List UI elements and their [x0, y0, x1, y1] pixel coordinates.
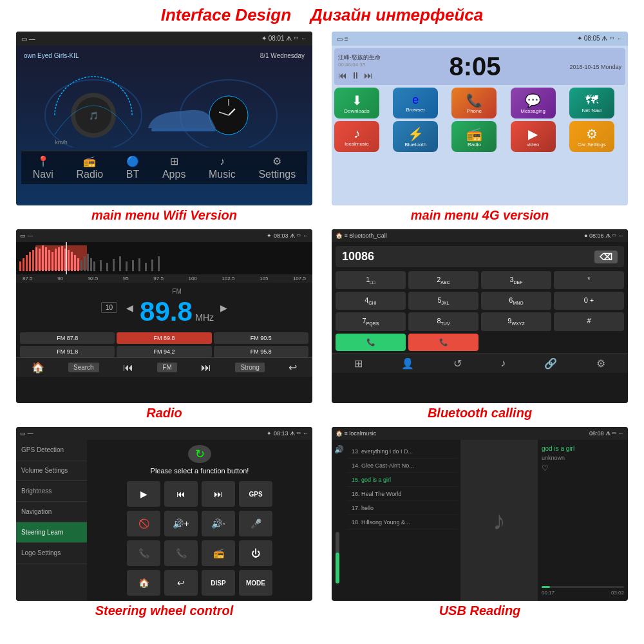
steer-gps[interactable]: GPS: [239, 481, 272, 507]
bt-link[interactable]: 🔗: [544, 357, 557, 370]
nav-settings[interactable]: ⚙Settings: [258, 155, 296, 180]
steer-prev[interactable]: ⏮: [164, 481, 198, 507]
icon-messaging[interactable]: 💬Messaging: [511, 88, 556, 118]
steer-back[interactable]: ↩: [164, 570, 198, 596]
search-button[interactable]: Search: [68, 363, 99, 372]
preset-4[interactable]: FM 91.8: [20, 346, 115, 357]
strong-button[interactable]: Strong: [235, 363, 264, 372]
key-hash[interactable]: #: [554, 312, 624, 330]
icon-netnavi[interactable]: 🗺Net Navi: [569, 88, 614, 118]
sidebar-steering[interactable]: Steering Learn: [16, 522, 87, 543]
steer-power[interactable]: ⏻: [239, 540, 272, 566]
radio-controls: 🏠 Search ⏮ FM ⏭ Strong ↩: [16, 357, 312, 377]
key-call[interactable]: 📞: [336, 334, 406, 351]
steer-call[interactable]: 📞: [127, 540, 160, 566]
steer-radio[interactable]: 📻: [202, 540, 235, 566]
key-0plus[interactable]: 0 +: [554, 292, 624, 310]
key-3[interactable]: 3DEF: [481, 271, 551, 289]
bt-contacts[interactable]: 👤: [401, 357, 414, 370]
sidebar-gps[interactable]: GPS Detection: [16, 440, 87, 460]
key-2[interactable]: 2ABC: [408, 271, 478, 289]
usb-heart[interactable]: ♡: [542, 464, 624, 473]
volume-slider[interactable]: [336, 532, 339, 583]
cell-usb: 🏠 ≡ localmusic 08:08 ᗑ ▭ ← 🔊 13. everyth…: [322, 424, 638, 622]
bt-settings[interactable]: ⚙: [596, 357, 605, 370]
time-total: 03:02: [611, 590, 624, 596]
icon-carsettings[interactable]: ⚙Car Settings: [569, 121, 614, 152]
key-9[interactable]: 9WXYZ: [481, 312, 551, 330]
svg-rect-42: [132, 260, 134, 271]
steer-play[interactable]: ▶: [127, 481, 160, 507]
svg-rect-34: [87, 254, 89, 271]
nav-bt[interactable]: 🔵BT: [126, 155, 139, 180]
key-7[interactable]: 7PQRS: [336, 312, 406, 330]
key-hangup[interactable]: 📞: [408, 334, 478, 351]
track-13[interactable]: 13. everything i do I D...: [346, 445, 458, 459]
status-bar-4g: ▭ ≡ ✦ 08:05 ᗑ ▭ ←: [332, 32, 628, 46]
volume-icon: 🔊: [334, 445, 344, 454]
radio-scale: 87.5 90 92.5 95 97.5 100 102.5 105 107.5: [16, 274, 312, 283]
svg-rect-23: [52, 252, 53, 271]
svg-rect-44: [145, 263, 147, 271]
bt-music[interactable]: ♪: [500, 357, 506, 370]
steer-mute[interactable]: 🚫: [127, 511, 160, 536]
key-6[interactable]: 6MNO: [481, 292, 551, 310]
sidebar-logo[interactable]: Logo Settings: [16, 543, 87, 564]
key-star[interactable]: *: [554, 271, 624, 289]
fm-button[interactable]: FM: [157, 363, 176, 372]
icon-localmusic[interactable]: ♪localmusic: [334, 121, 379, 152]
bt-backspace[interactable]: ⌫: [594, 251, 618, 263]
icon-bluetooth[interactable]: ⚡Bluetooth: [393, 121, 438, 152]
cell-wifi: ▭ — ✦ 08:01 ᗑ ▭ ← own Eyed Girls-KIL 8/1…: [6, 29, 322, 227]
key-4[interactable]: 4GHI: [336, 292, 406, 310]
key-1[interactable]: 1□□: [336, 271, 406, 289]
sidebar-volume[interactable]: Volume Settings: [16, 460, 87, 481]
svg-rect-14: [23, 258, 24, 271]
steer-volup[interactable]: 🔊+: [164, 511, 198, 536]
back-button[interactable]: ↩: [289, 361, 297, 374]
steer-mode[interactable]: MODE: [239, 570, 272, 596]
preset-5[interactable]: FM 94.2: [117, 346, 211, 357]
icon-radio[interactable]: 📻Radio: [451, 121, 497, 152]
preset-6[interactable]: FM 95.8: [214, 346, 308, 357]
svg-rect-28: [68, 250, 70, 271]
track-14[interactable]: 14. Glee Cast-Ain't No...: [346, 459, 458, 473]
icon-browser[interactable]: eBrowser: [393, 88, 438, 118]
steer-next[interactable]: ⏭: [202, 481, 235, 507]
track-16[interactable]: 16. Heal The World: [346, 488, 458, 501]
steer-home[interactable]: 🏠: [127, 570, 160, 596]
nav-music[interactable]: ♪Music: [209, 156, 236, 180]
bt-apps[interactable]: ⊞: [354, 357, 363, 370]
track-18[interactable]: 18. Hillsong Young &...: [346, 516, 458, 529]
steer-hangup[interactable]: 📞: [164, 540, 198, 566]
nav-apps[interactable]: ⊞Apps: [162, 155, 185, 180]
prev-button[interactable]: ⏮: [123, 362, 133, 374]
key-8[interactable]: 8TUV: [408, 312, 478, 330]
sidebar-navigation[interactable]: Navigation: [16, 502, 87, 522]
steer-mic[interactable]: 🎤: [239, 511, 272, 536]
svg-rect-36: [93, 261, 95, 271]
refresh-icon[interactable]: ↻: [188, 445, 211, 463]
key-5[interactable]: 5JKL: [408, 292, 478, 310]
nav-navi[interactable]: 📍Navi: [33, 155, 53, 180]
icon-video[interactable]: ▶video: [511, 121, 556, 152]
steer-voldown[interactable]: 🔊-: [202, 511, 235, 536]
next-button[interactable]: ⏭: [201, 362, 211, 374]
track-17[interactable]: 17. hello: [346, 502, 458, 515]
preset-3[interactable]: FM 90.5: [214, 332, 308, 344]
sidebar-brightness[interactable]: Brightness: [16, 481, 87, 502]
nav-radio[interactable]: 📻Radio: [76, 155, 103, 180]
bt-recent[interactable]: ↺: [453, 357, 462, 370]
icon-phone[interactable]: 📞Phone: [451, 88, 497, 118]
screen-wifi: ▭ — ✦ 08:01 ᗑ ▭ ← own Eyed Girls-KIL 8/1…: [16, 32, 312, 205]
icon-downloads[interactable]: ⬇Downloads: [334, 88, 379, 118]
steer-disp[interactable]: DISP: [202, 570, 235, 596]
home-button[interactable]: 🏠: [32, 361, 44, 374]
wifi-bottom-nav[interactable]: 📍Navi 📻Radio 🔵BT ⊞Apps ♪Music ⚙Settings: [21, 151, 307, 184]
preset-2[interactable]: FM 89.8: [117, 332, 211, 344]
progress-bar: [542, 586, 624, 588]
track-15[interactable]: 15. god is a girl: [346, 473, 458, 487]
preset-1[interactable]: FM 87.8: [20, 332, 115, 344]
status-bar-bt: 🏠 ≡ Bluetooth_Call ● 08:06 ᗑ ▭ ←: [332, 229, 628, 242]
svg-rect-40: [119, 256, 121, 271]
